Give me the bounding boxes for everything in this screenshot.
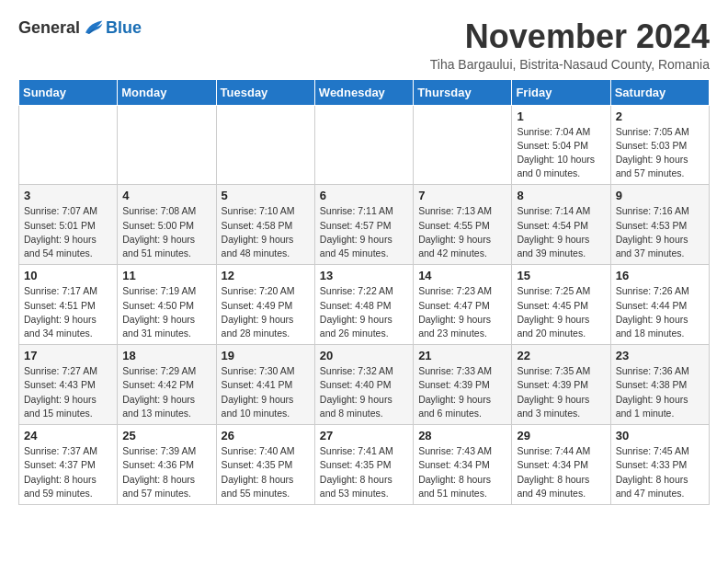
day-info: Sunrise: 7:10 AM Sunset: 4:58 PM Dayligh… <box>222 204 310 260</box>
calendar-cell: 1Sunrise: 7:04 AM Sunset: 5:04 PM Daylig… <box>512 105 610 185</box>
day-header-tuesday: Tuesday <box>216 79 314 105</box>
day-number: 4 <box>122 189 210 202</box>
calendar-cell: 3Sunrise: 7:07 AM Sunset: 5:01 PM Daylig… <box>19 185 118 265</box>
day-number: 11 <box>122 269 210 282</box>
calendar-week-5: 24Sunrise: 7:37 AM Sunset: 4:37 PM Dayli… <box>19 425 710 505</box>
logo-general-text: General <box>18 18 80 38</box>
calendar-week-4: 17Sunrise: 7:27 AM Sunset: 4:43 PM Dayli… <box>19 345 710 425</box>
calendar-cell <box>118 105 216 185</box>
day-number: 12 <box>222 269 310 282</box>
title-section: November 2024 Tiha Bargaului, Bistrita-N… <box>430 18 710 72</box>
day-info: Sunrise: 7:25 AM Sunset: 4:45 PM Dayligh… <box>517 284 605 340</box>
day-number: 21 <box>418 349 506 362</box>
calendar-cell: 27Sunrise: 7:41 AM Sunset: 4:35 PM Dayli… <box>314 425 413 505</box>
logo-bird-icon <box>82 19 104 38</box>
calendar-cell: 4Sunrise: 7:08 AM Sunset: 5:00 PM Daylig… <box>118 185 216 265</box>
calendar-cell: 6Sunrise: 7:11 AM Sunset: 4:57 PM Daylig… <box>314 185 413 265</box>
calendar-cell <box>314 105 413 185</box>
day-info: Sunrise: 7:17 AM Sunset: 4:51 PM Dayligh… <box>24 284 112 340</box>
calendar-cell: 19Sunrise: 7:30 AM Sunset: 4:41 PM Dayli… <box>216 345 314 425</box>
day-header-thursday: Thursday <box>414 79 512 105</box>
calendar-cell: 7Sunrise: 7:13 AM Sunset: 4:55 PM Daylig… <box>414 185 512 265</box>
day-info: Sunrise: 7:43 AM Sunset: 4:34 PM Dayligh… <box>418 444 506 500</box>
day-number: 19 <box>222 349 310 362</box>
day-info: Sunrise: 7:40 AM Sunset: 4:35 PM Dayligh… <box>222 444 310 500</box>
calendar-cell <box>216 105 314 185</box>
day-info: Sunrise: 7:44 AM Sunset: 4:34 PM Dayligh… <box>517 444 605 500</box>
day-info: Sunrise: 7:20 AM Sunset: 4:49 PM Dayligh… <box>222 284 310 340</box>
calendar-cell: 24Sunrise: 7:37 AM Sunset: 4:37 PM Dayli… <box>19 425 118 505</box>
calendar-cell: 10Sunrise: 7:17 AM Sunset: 4:51 PM Dayli… <box>19 265 118 345</box>
calendar-cell: 25Sunrise: 7:39 AM Sunset: 4:36 PM Dayli… <box>118 425 216 505</box>
day-number: 25 <box>122 429 210 442</box>
calendar-cell: 12Sunrise: 7:20 AM Sunset: 4:49 PM Dayli… <box>216 265 314 345</box>
calendar-cell: 18Sunrise: 7:29 AM Sunset: 4:42 PM Dayli… <box>118 345 216 425</box>
calendar-cell: 28Sunrise: 7:43 AM Sunset: 4:34 PM Dayli… <box>414 425 512 505</box>
calendar-cell <box>19 105 118 185</box>
day-number: 6 <box>320 189 408 202</box>
day-number: 5 <box>222 189 310 202</box>
day-number: 17 <box>24 349 112 362</box>
day-info: Sunrise: 7:27 AM Sunset: 4:43 PM Dayligh… <box>24 364 112 420</box>
calendar-cell: 23Sunrise: 7:36 AM Sunset: 4:38 PM Dayli… <box>610 345 709 425</box>
day-number: 10 <box>24 269 112 282</box>
calendar-cell: 14Sunrise: 7:23 AM Sunset: 4:47 PM Dayli… <box>414 265 512 345</box>
day-number: 7 <box>418 189 506 202</box>
day-info: Sunrise: 7:04 AM Sunset: 5:04 PM Dayligh… <box>517 125 605 181</box>
day-number: 20 <box>320 349 408 362</box>
day-info: Sunrise: 7:45 AM Sunset: 4:33 PM Dayligh… <box>616 444 704 500</box>
calendar-cell: 29Sunrise: 7:44 AM Sunset: 4:34 PM Dayli… <box>512 425 610 505</box>
day-number: 30 <box>616 429 704 442</box>
day-header-wednesday: Wednesday <box>314 79 413 105</box>
day-info: Sunrise: 7:23 AM Sunset: 4:47 PM Dayligh… <box>418 284 506 340</box>
day-info: Sunrise: 7:22 AM Sunset: 4:48 PM Dayligh… <box>320 284 408 340</box>
day-header-saturday: Saturday <box>610 79 709 105</box>
calendar-cell: 21Sunrise: 7:33 AM Sunset: 4:39 PM Dayli… <box>414 345 512 425</box>
day-info: Sunrise: 7:37 AM Sunset: 4:37 PM Dayligh… <box>24 444 112 500</box>
day-number: 22 <box>517 349 605 362</box>
day-number: 3 <box>24 189 112 202</box>
calendar-cell: 16Sunrise: 7:26 AM Sunset: 4:44 PM Dayli… <box>610 265 709 345</box>
month-title: November 2024 <box>430 18 710 55</box>
calendar-cell: 30Sunrise: 7:45 AM Sunset: 4:33 PM Dayli… <box>610 425 709 505</box>
calendar-cell: 9Sunrise: 7:16 AM Sunset: 4:53 PM Daylig… <box>610 185 709 265</box>
calendar-cell: 17Sunrise: 7:27 AM Sunset: 4:43 PM Dayli… <box>19 345 118 425</box>
day-info: Sunrise: 7:16 AM Sunset: 4:53 PM Dayligh… <box>616 204 704 260</box>
calendar-cell: 2Sunrise: 7:05 AM Sunset: 5:03 PM Daylig… <box>610 105 709 185</box>
day-header-monday: Monday <box>118 79 216 105</box>
calendar-cell: 5Sunrise: 7:10 AM Sunset: 4:58 PM Daylig… <box>216 185 314 265</box>
location-subtitle: Tiha Bargaului, Bistrita-Nasaud County, … <box>430 57 710 72</box>
day-info: Sunrise: 7:19 AM Sunset: 4:50 PM Dayligh… <box>122 284 210 340</box>
calendar-cell: 11Sunrise: 7:19 AM Sunset: 4:50 PM Dayli… <box>118 265 216 345</box>
calendar-cell <box>414 105 512 185</box>
day-number: 8 <box>517 189 605 202</box>
day-number: 26 <box>222 429 310 442</box>
day-info: Sunrise: 7:07 AM Sunset: 5:01 PM Dayligh… <box>24 204 112 260</box>
day-info: Sunrise: 7:29 AM Sunset: 4:42 PM Dayligh… <box>122 364 210 420</box>
calendar-header-row: SundayMondayTuesdayWednesdayThursdayFrid… <box>19 79 710 105</box>
day-header-sunday: Sunday <box>19 79 118 105</box>
calendar-cell: 13Sunrise: 7:22 AM Sunset: 4:48 PM Dayli… <box>314 265 413 345</box>
calendar-table: SundayMondayTuesdayWednesdayThursdayFrid… <box>18 79 710 505</box>
calendar-week-2: 3Sunrise: 7:07 AM Sunset: 5:01 PM Daylig… <box>19 185 710 265</box>
day-number: 27 <box>320 429 408 442</box>
day-info: Sunrise: 7:11 AM Sunset: 4:57 PM Dayligh… <box>320 204 408 260</box>
calendar-week-3: 10Sunrise: 7:17 AM Sunset: 4:51 PM Dayli… <box>19 265 710 345</box>
day-number: 18 <box>122 349 210 362</box>
day-number: 1 <box>517 109 605 123</box>
day-number: 2 <box>616 109 704 123</box>
page-header: General Blue November 2024 Tiha Bargaulu… <box>18 18 710 72</box>
logo: General Blue <box>18 18 142 38</box>
day-info: Sunrise: 7:05 AM Sunset: 5:03 PM Dayligh… <box>616 125 704 181</box>
calendar-cell: 22Sunrise: 7:35 AM Sunset: 4:39 PM Dayli… <box>512 345 610 425</box>
day-number: 16 <box>616 269 704 282</box>
day-info: Sunrise: 7:26 AM Sunset: 4:44 PM Dayligh… <box>616 284 704 340</box>
calendar-week-1: 1Sunrise: 7:04 AM Sunset: 5:04 PM Daylig… <box>19 105 710 185</box>
day-info: Sunrise: 7:30 AM Sunset: 4:41 PM Dayligh… <box>222 364 310 420</box>
calendar-cell: 20Sunrise: 7:32 AM Sunset: 4:40 PM Dayli… <box>314 345 413 425</box>
day-number: 23 <box>616 349 704 362</box>
day-number: 13 <box>320 269 408 282</box>
day-number: 14 <box>418 269 506 282</box>
day-number: 28 <box>418 429 506 442</box>
logo-blue-text: Blue <box>106 18 142 38</box>
